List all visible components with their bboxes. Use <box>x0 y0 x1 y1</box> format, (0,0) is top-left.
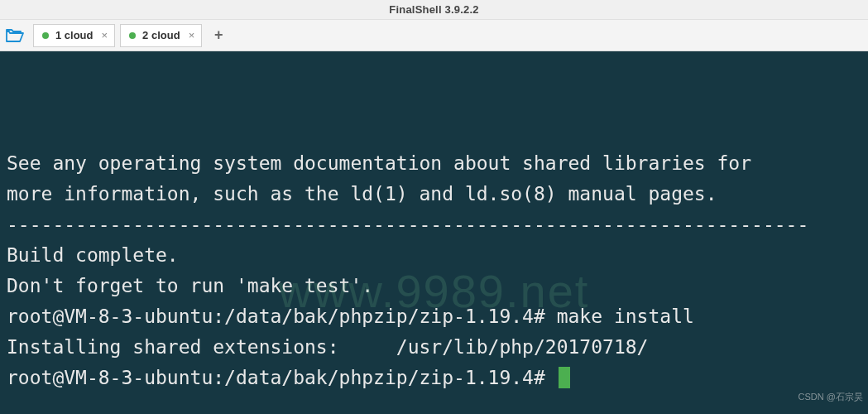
new-tab-button[interactable]: + <box>210 27 227 44</box>
terminal-line: root@VM-8-3-ubuntu:/data/bak/phpzip/zip-… <box>7 363 861 393</box>
close-icon[interactable]: × <box>189 30 195 41</box>
terminal[interactable]: www.9989.net CSDN @石宗昊 See any operating… <box>0 51 868 414</box>
credit-text: CSDN @石宗昊 <box>798 382 863 412</box>
folder-open-icon[interactable] <box>3 24 26 47</box>
tab-2-cloud[interactable]: 2 cloud × <box>120 24 202 47</box>
tab-1-cloud[interactable]: 1 cloud × <box>33 24 115 47</box>
status-dot-icon <box>42 32 49 39</box>
terminal-line: See any operating system documentation a… <box>7 148 861 179</box>
cursor <box>559 367 570 388</box>
terminal-line: Don't forget to run 'make test'. <box>7 271 861 301</box>
terminal-line: root@VM-8-3-ubuntu:/data/bak/phpzip/zip-… <box>7 301 861 332</box>
terminal-line: more information, such as the ld(1) and … <box>7 179 861 209</box>
tab-label: 1 cloud <box>55 29 94 41</box>
terminal-line: Build complete. <box>7 240 861 271</box>
window-title: FinalShell 3.9.2.2 <box>389 3 478 16</box>
titlebar: FinalShell 3.9.2.2 <box>0 0 868 20</box>
terminal-line: Installing shared extensions: /usr/lib/p… <box>7 332 861 363</box>
status-dot-icon <box>129 32 136 39</box>
tabbar: 1 cloud × 2 cloud × + <box>0 20 868 51</box>
terminal-line: ----------------------------------------… <box>7 209 861 240</box>
tab-label: 2 cloud <box>142 29 180 41</box>
close-icon[interactable]: × <box>102 30 108 41</box>
